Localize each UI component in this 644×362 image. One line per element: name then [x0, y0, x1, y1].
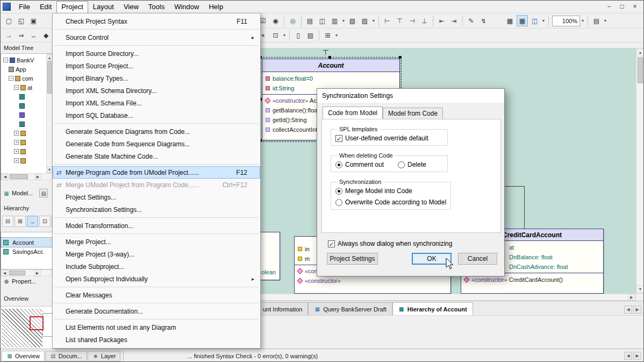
association-tool-icon[interactable]: →: [3, 30, 15, 41]
menu-item-merge-program-code-from-umodel-project[interactable]: ⇄Merge Program Code from UModel Project.…: [53, 166, 260, 179]
comment-out-radio[interactable]: Comment out: [335, 161, 384, 168]
dropdown-arrow-icon[interactable]: ▼: [341, 15, 346, 26]
diagram-tab-hierarchy-of-account[interactable]: ▦Hierarchy of Account: [392, 302, 473, 315]
subproject-icon[interactable]: ⊞: [322, 30, 333, 41]
align-top-icon[interactable]: ⊤: [394, 15, 405, 26]
selection-handle[interactable]: [328, 56, 331, 59]
menu-layout[interactable]: Layout: [88, 1, 119, 13]
dropdown-arrow-icon[interactable]: ▼: [603, 15, 608, 26]
expand-icon[interactable]: +: [14, 158, 19, 163]
cancel-button[interactable]: Cancel: [458, 253, 497, 265]
scroll-down-icon[interactable]: ▼: [47, 166, 52, 173]
hierarchy-horizontal-scrollbar[interactable]: ◀ ▶: [1, 269, 52, 276]
dropdown-arrow-icon[interactable]: ▼: [541, 15, 546, 26]
scrollbar-thumb[interactable]: [47, 61, 52, 94]
menu-item-source-control[interactable]: Source Control▸: [53, 31, 260, 44]
aggregation-tool-icon[interactable]: ◆: [40, 30, 52, 41]
scrollbar-thumb[interactable]: [9, 271, 25, 275]
scroll-up-icon[interactable]: ▲: [636, 48, 644, 56]
dialog-titlebar[interactable]: Synchronization Settings: [317, 89, 504, 103]
menu-item-synchronization-settings[interactable]: Synchronization Settings...: [53, 203, 260, 216]
table-view-icon[interactable]: ▤: [591, 15, 602, 26]
dropdown-arrow-icon[interactable]: ▼: [282, 30, 287, 41]
scroll-left-icon[interactable]: ◀: [2, 174, 9, 180]
hierarchy-derived-classes-icon[interactable]: ⊞: [15, 216, 26, 227]
scroll-right-icon[interactable]: ▶: [34, 174, 41, 180]
status-scroll-right-icon[interactable]: ▶: [633, 352, 641, 360]
hierarchy-base-classes-icon[interactable]: ⊟: [2, 216, 13, 227]
diagram-vertical-scrollbar[interactable]: ▲ ▼: [636, 48, 644, 294]
new-sequence-diagram-icon[interactable]: ▥: [329, 15, 340, 26]
menu-item-merge-project[interactable]: Merge Project...: [53, 236, 260, 248]
menu-item-generate-code-from-sequence-diagrams[interactable]: Generate Code from Sequence Diagrams...: [53, 138, 260, 150]
collapse-icon[interactable]: −: [14, 85, 19, 90]
menu-item-model-transformation[interactable]: Model Transformation...: [53, 219, 260, 232]
new-state-diagram-icon[interactable]: ▨: [359, 15, 370, 26]
menu-project[interactable]: Project: [56, 1, 88, 13]
menu-view[interactable]: View: [119, 1, 144, 13]
menu-item-import-sql-database[interactable]: Import SQL Database...: [53, 109, 260, 122]
autosize-icon[interactable]: ↯: [478, 15, 489, 26]
scroll-up-icon[interactable]: ▲: [47, 54, 52, 61]
minimize-button[interactable]: −: [603, 2, 616, 12]
tree-horizontal-scrollbar[interactable]: ◀ ▶: [1, 173, 53, 180]
tab-scroll-right-icon[interactable]: ▶: [633, 306, 641, 314]
menu-item-list-included-packages[interactable]: List included Packages: [53, 346, 260, 349]
menu-item-generate-documentation[interactable]: Generate Documentation...: [53, 305, 260, 317]
save-project-icon[interactable]: ▣: [28, 15, 39, 26]
dropdown-arrow-icon[interactable]: ▼: [334, 30, 339, 41]
menu-item-clear-messages[interactable]: Clear Messages: [53, 289, 260, 301]
collapse-icon[interactable]: −: [3, 58, 8, 62]
expand-icon[interactable]: +: [14, 149, 19, 154]
dropdown-arrow-icon[interactable]: ▼: [371, 15, 376, 26]
tab-model-from-code[interactable]: Model from Code: [383, 108, 443, 119]
document-list-icon[interactable]: ▤: [305, 30, 316, 41]
align-right-icon[interactable]: ⊣: [406, 15, 418, 26]
dropdown-arrow-icon[interactable]: ▼: [580, 15, 585, 26]
align-bottom-icon[interactable]: ⊥: [419, 15, 430, 26]
expand-direction-icon[interactable]: →: [27, 216, 38, 227]
zoom-level-combobox[interactable]: 100%: [552, 16, 580, 26]
expand-icon[interactable]: +: [14, 131, 19, 136]
new-usecase-diagram-icon[interactable]: ◫: [317, 15, 328, 26]
menu-help[interactable]: Help: [204, 1, 228, 13]
dock-tab-layer[interactable]: ◈Layer: [88, 351, 121, 361]
align-left-icon[interactable]: ⊢: [382, 15, 393, 26]
menu-item-import-xml-schema-directory[interactable]: Import XML Schema Directory...: [53, 84, 260, 97]
menu-item-generate-state-machine-code[interactable]: Generate State Machine Code...: [53, 150, 260, 162]
project-settings-button[interactable]: Project Settings: [327, 253, 378, 265]
selection-handle[interactable]: [399, 56, 402, 59]
annotation-icon[interactable]: ⊡: [270, 30, 281, 41]
generate-code-icon[interactable]: ◎: [287, 15, 298, 26]
new-document-icon[interactable]: ▯: [292, 30, 304, 41]
dependency-tool-icon[interactable]: ↔: [28, 30, 39, 41]
model-tab-book-icon[interactable]: ▤: [39, 189, 48, 197]
menu-item-import-source-directory[interactable]: Import Source Directory...: [53, 47, 260, 60]
restore-button[interactable]: □: [616, 2, 628, 12]
user-defined-override-checkbox[interactable]: ✓ User-defined override default: [335, 134, 443, 142]
menu-item-list-shared-packages[interactable]: List shared Packages: [53, 333, 260, 346]
dock-tab-docum[interactable]: ▤Docum...: [45, 351, 87, 361]
scroll-right-icon[interactable]: ▶: [34, 270, 41, 276]
properties-tab[interactable]: ⊛ Propert...: [1, 278, 54, 285]
same-width-icon[interactable]: ⇤: [436, 15, 447, 26]
menu-item-list-elements-not-used-in-any-diagram[interactable]: List Elements not used in any Diagram: [53, 321, 260, 333]
status-scroll-left-icon[interactable]: ◀: [624, 352, 632, 360]
model-tab[interactable]: ▦ Model... ▤: [1, 189, 54, 197]
menu-item-merge-umodel-project-from-program-code[interactable]: ⇄Merge UModel Project from Program Code.…: [53, 179, 260, 191]
diagram-tab-query-bankserver-draft[interactable]: ▦Query BankServer Draft: [308, 302, 392, 315]
menu-item-import-binary-types[interactable]: Import Binary Types...: [53, 72, 260, 84]
expand-icon[interactable]: +: [14, 140, 19, 145]
delete-radio[interactable]: Delete: [398, 161, 426, 168]
same-height-icon[interactable]: ⇥: [448, 15, 460, 26]
menu-window[interactable]: Window: [169, 1, 204, 13]
menu-item-project-settings[interactable]: Project Settings...: [53, 191, 260, 203]
menu-item-open-subproject-individually[interactable]: Open Subproject Individually▸: [53, 273, 260, 285]
snap-grid-icon[interactable]: ▦: [517, 15, 528, 26]
new-class-diagram-icon[interactable]: ▤: [304, 15, 316, 26]
merge-model-into-code-radio[interactable]: Merge Model into Code: [335, 187, 446, 195]
menu-tools[interactable]: Tools: [144, 1, 169, 13]
tab-code-from-model[interactable]: Code from Model: [323, 107, 383, 119]
generalization-tool-icon[interactable]: ⇒: [16, 30, 27, 41]
find-icon[interactable]: ◉: [270, 15, 281, 26]
